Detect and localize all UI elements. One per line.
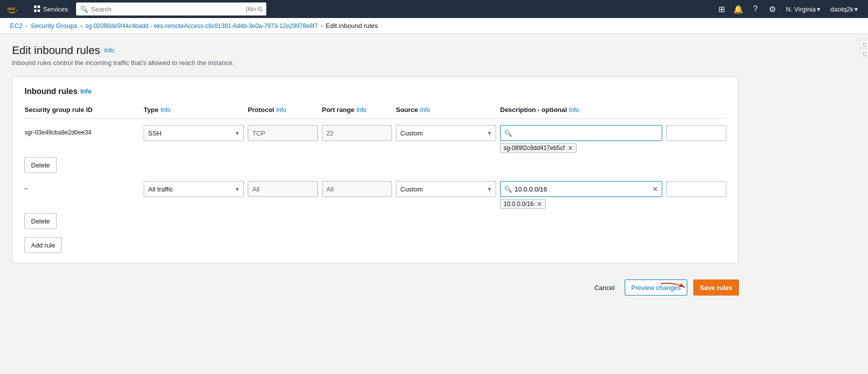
- page-info-link[interactable]: Info: [104, 47, 114, 54]
- rule-id-2: –: [25, 181, 140, 192]
- col-protocol-info[interactable]: Info: [276, 106, 286, 114]
- breadcrumb: EC2 › Security Groups › sg-02086de5f44c4…: [0, 18, 868, 34]
- source-search-wrapper-1: 🔍: [500, 125, 662, 141]
- description-field-1: [666, 125, 726, 141]
- source-search-input-1[interactable]: [500, 125, 662, 141]
- description-input-2[interactable]: [666, 181, 726, 197]
- rule-id-1: sgr-03e49cba8e2d0ee34: [25, 125, 140, 136]
- type-select-1[interactable]: SSH: [144, 125, 244, 141]
- source-tag-2: 10.0.0.0/16 ✕: [500, 199, 546, 209]
- breadcrumb-ec2[interactable]: EC2: [10, 22, 23, 30]
- source-tag-value-2: 10.0.0.0/16: [504, 200, 534, 208]
- source-container-2: 🔍 ✕ 10.0.0.0/16 ✕: [500, 181, 662, 209]
- page-description: Inbound rules control the incoming traff…: [12, 59, 739, 66]
- source-container-1: 🔍 sg-089f2c8dd417eb5cf ✕: [500, 125, 662, 153]
- services-menu[interactable]: Services: [30, 4, 72, 15]
- search-shortcut: [Alt+S]: [246, 6, 262, 12]
- nav-settings-icon[interactable]: ⚙: [765, 2, 780, 16]
- col-header-port-range: Port range Info: [322, 106, 392, 114]
- save-rules-wrapper: Save rules: [693, 280, 739, 296]
- port-range-field-2: [322, 181, 392, 197]
- type-select-wrapper-2: All traffic ▼: [144, 181, 244, 197]
- table-row: – All traffic ▼ Custom ▼ 🔍: [25, 181, 726, 229]
- source-search-wrapper-2: 🔍 ✕: [500, 181, 662, 197]
- breadcrumb-security-groups[interactable]: Security Groups: [31, 22, 77, 30]
- account-label: daotq2k: [830, 6, 853, 13]
- col-port-info[interactable]: Info: [356, 106, 366, 114]
- search-icon: 🔍: [80, 6, 88, 13]
- protocol-field-1: [248, 125, 318, 141]
- side-indicator-2[interactable]: ◻: [860, 49, 868, 57]
- add-rule-row: Add rule: [25, 237, 726, 253]
- source-search-input-2[interactable]: [500, 181, 662, 197]
- description-field-2: [666, 181, 726, 197]
- nav-bell-icon[interactable]: 🔔: [731, 2, 746, 16]
- page-title-row: Edit inbound rules Info: [12, 44, 739, 57]
- col-header-source: Source Info: [396, 106, 496, 114]
- table-row: sgr-03e49cba8e2d0ee34 SSH ▼ Custom ▼: [25, 125, 726, 173]
- side-indicators: ◻ ◻: [860, 40, 868, 57]
- breadcrumb-sg-id[interactable]: sg-02086de5f44c4badd - eks-remoteAccess-…: [86, 22, 318, 30]
- card-info-link[interactable]: Info: [81, 88, 92, 95]
- col-source-info[interactable]: Info: [420, 106, 430, 114]
- col-desc-info[interactable]: Info: [569, 106, 579, 114]
- col-header-type: Type Info: [144, 106, 244, 114]
- breadcrumb-sep-1: ›: [26, 22, 28, 30]
- save-rules-button[interactable]: Save rules: [693, 280, 739, 296]
- port-input-2: [322, 181, 392, 197]
- col-header-protocol: Protocol Info: [248, 106, 318, 114]
- col-header-actions: [666, 106, 726, 114]
- page-title: Edit inbound rules: [12, 44, 100, 57]
- delete-button-1[interactable]: Delete: [25, 157, 57, 173]
- delete-col-1: Delete: [25, 157, 140, 173]
- source-tag-1: sg-089f2c8dd417eb5cf ✕: [500, 143, 577, 153]
- breadcrumb-current: Edit inbound rules: [326, 22, 378, 30]
- delete-button-2[interactable]: Delete: [25, 213, 57, 229]
- protocol-input-2: [248, 181, 318, 197]
- services-label: Services: [43, 6, 68, 13]
- grid-icon: [34, 6, 41, 12]
- side-indicator-1[interactable]: ◻: [860, 40, 868, 48]
- svg-text:aws: aws: [7, 6, 15, 11]
- global-search-bar[interactable]: 🔍 [Alt+S]: [76, 2, 266, 16]
- aws-logo[interactable]: aws: [6, 4, 24, 14]
- protocol-field-2: [248, 181, 318, 197]
- source-tag-remove-2[interactable]: ✕: [537, 201, 542, 208]
- bottom-actions: Cancel Preview changes Save rules: [12, 272, 739, 304]
- port-range-field-1: [322, 125, 392, 141]
- source-type-select-1[interactable]: Custom: [396, 125, 496, 141]
- preview-changes-button[interactable]: Preview changes: [625, 280, 687, 296]
- region-selector[interactable]: N. Virginia ▾: [782, 4, 824, 15]
- type-select-2[interactable]: All traffic: [144, 181, 244, 197]
- description-input-1[interactable]: [666, 125, 726, 141]
- source-type-select-2[interactable]: Custom: [396, 181, 496, 197]
- source-type-wrapper-2: Custom ▼: [396, 181, 496, 197]
- region-label: N. Virginia: [786, 6, 816, 13]
- source-clear-btn-2[interactable]: ✕: [652, 186, 658, 192]
- inbound-rules-card: Inbound rules Info Security group rule I…: [12, 76, 739, 264]
- account-chevron: ▾: [854, 6, 858, 13]
- type-select-wrapper-1: SSH ▼: [144, 125, 244, 141]
- nav-console-icon[interactable]: ⊞: [714, 2, 729, 16]
- source-tag-remove-1[interactable]: ✕: [568, 145, 573, 152]
- protocol-input-1: [248, 125, 318, 141]
- region-chevron: ▾: [817, 6, 820, 13]
- breadcrumb-sep-3: ›: [321, 22, 323, 30]
- table-header: Security group rule ID Type Info Protoco…: [25, 106, 726, 119]
- nav-right-actions: ⊞ 🔔 ? ⚙ N. Virginia ▾ daotq2k ▾: [714, 2, 862, 16]
- cancel-link[interactable]: Cancel: [590, 282, 618, 294]
- source-type-wrapper-1: Custom ▼: [396, 125, 496, 141]
- search-input[interactable]: [91, 6, 243, 13]
- page-content: Edit inbound rules Info Inbound rules co…: [0, 34, 751, 314]
- card-title-row: Inbound rules Info: [25, 87, 726, 96]
- port-input-1: [322, 125, 392, 141]
- breadcrumb-sep-2: ›: [81, 22, 83, 30]
- col-type-info[interactable]: Info: [160, 106, 170, 114]
- col-header-rule-id: Security group rule ID: [25, 106, 140, 114]
- source-tag-value-1: sg-089f2c8dd417eb5cf: [504, 144, 565, 152]
- add-rule-button[interactable]: Add rule: [25, 237, 62, 253]
- card-title: Inbound rules: [25, 87, 78, 96]
- account-menu[interactable]: daotq2k ▾: [826, 4, 862, 15]
- nav-help-icon[interactable]: ?: [748, 2, 763, 16]
- delete-col-2: Delete: [25, 213, 140, 229]
